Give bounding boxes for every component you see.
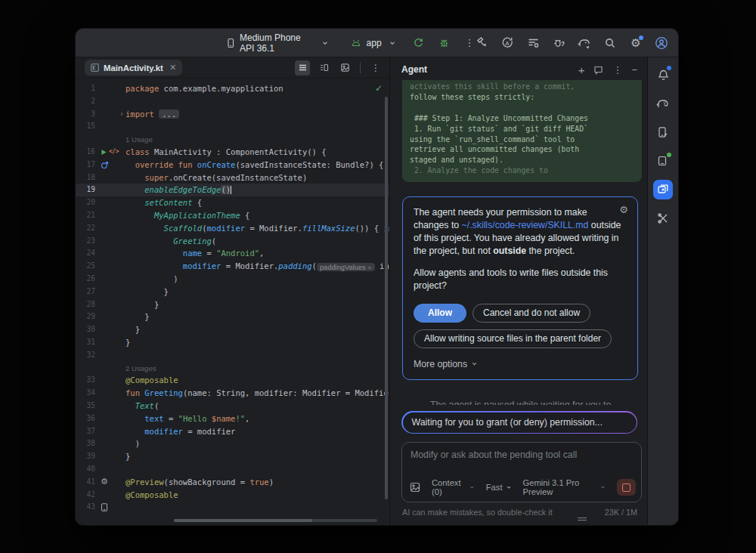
line-number: 15 [76,120,97,133]
overrides-method-icon[interactable] [101,161,109,169]
code-line-32[interactable]: 32 [76,349,389,362]
editor-vertical-scrollbar[interactable] [385,97,388,499]
code-line-25[interactable]: 25 modifier = Modifier.padding(paddingVa… [76,260,389,273]
skill-file-link[interactable]: ~/.skills/code-review/SKILL.md [462,220,589,230]
allow-button[interactable]: Allow [414,304,466,323]
code-line-20[interactable]: 20 setContent { [76,196,389,209]
agent-input-box[interactable]: Modify or ask about the pending tool cal… [401,442,642,502]
todo-list-icon[interactable] [526,36,540,50]
code-line-17[interactable]: 17 override fun onCreate(savedInstanceSt… [76,159,389,171]
more-vertical-icon[interactable]: ⋮ [368,60,383,76]
code-line-16[interactable]: 16</>class MainActivity : ComponentActiv… [76,146,389,159]
code-view-icon[interactable] [295,60,310,76]
debug-bug-icon[interactable] [438,36,450,50]
code-line-37[interactable]: 37 modifier = modifier [76,425,389,438]
fold-arrow-icon[interactable]: › [119,108,124,121]
code-line-24[interactable]: 24 name = "Android", [76,247,389,260]
editor-tab-bar: MainActivity.kt ✕ ⋮ [76,57,389,79]
preview-device-icon[interactable] [101,503,108,511]
split-view-icon[interactable] [316,60,331,76]
settings-notification-dot [639,36,643,40]
rerun-icon[interactable] [413,36,424,50]
stop-button[interactable] [617,479,636,496]
line-number: 1 [76,82,97,95]
code-line-18[interactable]: 18 super.onCreate(savedInstanceState) [76,171,389,184]
device-selector[interactable]: Medium Phone API 36.1 [225,32,330,54]
profile-avatar-icon[interactable] [655,36,668,50]
debug-restart-icon[interactable] [552,36,565,50]
code-line-28[interactable]: 28 } [76,298,389,311]
waiting-permission-banner: Waiting for you to grant (or deny) permi… [401,411,637,434]
code-line-23[interactable]: 23 Greeting( [76,235,389,248]
context-dropdown[interactable]: Context (0) [432,478,475,496]
cancel-button[interactable]: Cancel and do not allow [472,304,590,323]
code-line-15[interactable]: 15 [76,120,389,133]
gradle-sync-icon[interactable] [578,36,591,50]
code-line-41[interactable]: 41⚙@Preview(showBackground = true) [76,476,389,489]
editor-horizontal-scrollbar[interactable] [174,519,377,522]
code-line-3[interactable]: 3›import ... [76,108,389,121]
code-line-38[interactable]: 38 ) [76,437,389,450]
model-dropdown[interactable]: Gemini 3.1 Pro Preview [523,478,606,496]
code-line-2[interactable]: 2 [76,95,389,108]
minimize-icon[interactable]: − [631,64,637,76]
inspection-ok-icon[interactable]: ✓ [375,83,383,94]
resize-grip-icon[interactable] [578,516,587,522]
speed-dropdown[interactable]: Fast [486,483,512,492]
chat-history-icon[interactable] [593,65,603,75]
editor-pane: MainActivity.kt ✕ ⋮ [76,57,390,525]
agent-conversation[interactable]: activates this skill before a commit,fol… [390,80,647,405]
code-line-42[interactable]: 42@Composable [76,489,389,502]
code-line-36[interactable]: 36 text = "Hello $name!", [76,412,389,425]
close-icon[interactable]: ✕ [169,63,176,73]
line-number: 43 [76,501,97,514]
agent-chat-icon[interactable] [653,180,673,199]
more-vertical-icon[interactable]: ⋮ [464,36,475,50]
build-run-icon[interactable] [475,36,488,50]
code-line-29[interactable]: 29 } [76,310,389,323]
preview-settings-icon[interactable]: ⚙ [101,476,108,489]
code-line-27[interactable]: 27 } [76,286,389,298]
code-line-34[interactable]: 34fun Greeting(name: String, modifier: M… [76,387,389,400]
run-class-icon[interactable] [101,149,107,156]
code-text: ) [125,273,389,286]
code-line-19[interactable]: 19 enableEdgeToEdge() [76,184,389,196]
code-text [125,349,389,362]
ai-assist-icon[interactable]: A [500,36,514,50]
code-text: super.onCreate(savedInstanceState) [125,171,389,184]
code-line-43[interactable]: 43 [76,501,389,514]
more-options-button[interactable]: More options [414,359,627,369]
code-line-40[interactable]: 40 [76,463,389,476]
design-view-icon[interactable] [337,60,352,76]
permission-message: The agent needs your permission to make … [414,206,622,257]
tab-mainactivity[interactable]: MainActivity.kt ✕ [85,60,182,76]
permission-settings-icon[interactable]: ⚙ [619,204,628,215]
notifications-bell-icon[interactable] [653,65,673,85]
allow-parent-folder-button[interactable]: Allow writing source files in the parent… [414,329,612,348]
code-line-26[interactable]: 26 ) [76,273,389,286]
settings-gear-icon[interactable]: ⚙ [629,36,643,50]
gradle-elephant-icon[interactable] [653,94,673,113]
code-line-33[interactable]: 33@Composable [76,374,389,387]
code-editor[interactable]: 1package com.example.myapplication23›imp… [76,79,389,525]
code-line-31[interactable]: 31} [76,336,389,349]
more-vertical-icon[interactable]: ⋮ [612,64,622,76]
line-number: 17 [76,159,97,171]
compose-preview-icon[interactable]: </> [109,146,119,159]
new-chat-icon[interactable]: + [578,63,585,76]
gutter-icons [97,463,125,476]
code-line-39[interactable]: 39} [76,450,389,463]
usage-hint-row[interactable]: 2 Usages [76,362,389,375]
app-insights-icon[interactable] [653,209,673,228]
code-line-35[interactable]: 35 Text( [76,400,389,412]
running-devices-icon[interactable] [653,122,673,142]
run-configuration[interactable]: app [349,36,399,50]
device-manager-icon[interactable] [653,151,673,171]
search-icon[interactable] [603,36,617,50]
attach-image-icon[interactable] [410,482,420,493]
usage-hint-row[interactable]: 1 Usage [76,133,389,146]
code-line-30[interactable]: 30 } [76,323,389,336]
code-line-22[interactable]: 22 Scaffold(modifier = Modifier.fillMaxS… [76,222,389,235]
code-line-1[interactable]: 1package com.example.myapplication [76,82,389,95]
code-line-21[interactable]: 21 MyApplicationTheme { [76,209,389,222]
